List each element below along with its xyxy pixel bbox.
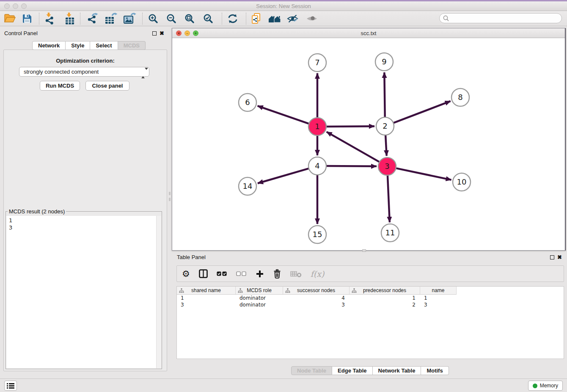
search-icon — [443, 15, 449, 22]
hide-eye-icon[interactable] — [287, 14, 298, 23]
graph-edge[interactable] — [393, 101, 451, 123]
graph-edge[interactable] — [388, 174, 390, 222]
splitter-handle[interactable] — [169, 192, 171, 203]
search-input[interactable] — [451, 14, 558, 22]
tab-select[interactable]: Select — [90, 41, 118, 50]
control-panel-close-icon[interactable]: ✖ — [160, 31, 164, 36]
show-columns-icon[interactable] — [199, 269, 208, 278]
column-header-name[interactable]: name — [420, 287, 456, 294]
export-network-icon[interactable] — [86, 13, 98, 25]
import-table-icon[interactable] — [64, 12, 75, 25]
network-window-titlebar[interactable]: ✕ – + scc.txt — [172, 28, 565, 38]
graph-node-label: 7 — [315, 58, 319, 67]
run-mcds-button[interactable]: Run MCDS — [40, 81, 80, 91]
column-header-shared-name[interactable]: shared name — [177, 287, 236, 294]
table-body: 1dominator4113dominator323 — [177, 295, 564, 308]
graph-node-label: 15 — [313, 230, 322, 239]
network-view-window: ✕ – + scc.txt 7968124314101511 — [172, 28, 566, 251]
graph-edge[interactable] — [327, 132, 380, 162]
graph-edge[interactable] — [395, 168, 451, 180]
save-session-icon[interactable] — [22, 14, 32, 24]
toolbar-separator — [246, 13, 246, 25]
refresh-layout-icon[interactable] — [227, 14, 238, 24]
table-cell: dominator — [236, 295, 283, 301]
control-panel-tabs: Network Style Select MCDS — [32, 41, 146, 50]
main-titlebar: Session: New Session — [0, 1, 567, 11]
clear-all-checks-icon[interactable] — [236, 271, 247, 276]
graph-node-label: 1 — [315, 122, 319, 131]
tab-network[interactable]: Network — [32, 41, 66, 50]
table-cell: 1 — [177, 295, 236, 301]
memory-status-dot-icon — [533, 384, 537, 388]
graph-edge[interactable] — [258, 168, 310, 183]
mcds-result-line: 3 — [6, 224, 161, 231]
table-cell: 3 — [177, 301, 236, 308]
graph-node-label: 3 — [385, 162, 389, 171]
tab-edge-table[interactable]: Edge Table — [332, 366, 372, 375]
table-panel-close-icon[interactable]: ✖ — [557, 255, 562, 260]
toolbar-separator — [80, 13, 80, 25]
tab-style[interactable]: Style — [66, 41, 90, 50]
table-panel-title: Table Panel — [177, 254, 206, 260]
control-panel-float-icon[interactable] — [152, 31, 157, 36]
mcds-result-title: MCDS result (2 nodes) — [8, 208, 66, 215]
tab-mcds[interactable]: MCDS — [118, 41, 146, 50]
import-network-icon[interactable] — [44, 12, 55, 25]
graph-node-label: 14 — [243, 182, 253, 190]
result-scrollbar[interactable] — [156, 216, 161, 368]
graph-edge[interactable] — [325, 166, 377, 166]
export-table-icon[interactable] — [105, 13, 118, 25]
graph-node-label: 4 — [315, 161, 319, 170]
column-header-predecessor-nodes[interactable]: predecessor nodes — [350, 287, 420, 294]
optimization-criterion-label: Optimization criterion: — [3, 58, 167, 64]
column-header-successor-nodes[interactable]: successor nodes — [283, 287, 350, 294]
graph-node-label: 9 — [382, 57, 386, 66]
documents-share-icon[interactable] — [251, 13, 261, 24]
task-history-button[interactable] — [4, 381, 17, 391]
graph-edge[interactable] — [325, 126, 374, 127]
mcds-result-area[interactable]: 1 3 — [6, 216, 161, 368]
zoom-out-icon[interactable] — [166, 14, 176, 24]
graph-node-label: 11 — [385, 228, 395, 237]
table-toolbar: ⚙ f(x) — [176, 265, 564, 282]
graph-edge[interactable] — [384, 72, 385, 118]
memory-button-label: Memory — [540, 383, 558, 389]
tab-network-table[interactable]: Network Table — [373, 366, 421, 375]
export-image-icon[interactable] — [123, 13, 136, 25]
double-home-icon[interactable] — [268, 14, 281, 23]
graph-edge[interactable] — [258, 106, 310, 124]
network-window-title: scc.txt — [172, 30, 565, 36]
memory-button[interactable]: Memory — [528, 381, 563, 391]
table-panel-float-icon[interactable] — [550, 255, 554, 259]
zoom-in-icon[interactable] — [148, 14, 158, 24]
tab-node-table[interactable]: Node Table — [291, 366, 332, 375]
tab-motifs[interactable]: Motifs — [421, 366, 449, 375]
toolbar-separator — [39, 13, 39, 25]
network-graph: 7968124314101511 — [172, 39, 565, 250]
mcds-result-box: MCDS result (2 nodes) 1 3 — [6, 208, 162, 369]
mcds-result-line: 1 — [6, 217, 161, 224]
delete-column-trash-icon[interactable] — [273, 269, 281, 279]
network-canvas[interactable]: 7968124314101511 — [172, 39, 565, 250]
pane-resize-handle[interactable] — [362, 249, 366, 252]
column-sort-icon — [352, 288, 357, 293]
show-eye-icon[interactable] — [306, 15, 318, 22]
toolbar-separator — [222, 13, 222, 25]
graph-edge[interactable] — [385, 134, 387, 156]
select-all-checks-icon[interactable] — [217, 271, 227, 276]
table-cell: 1 — [350, 295, 420, 301]
main-toolbar — [0, 11, 567, 26]
graph-node-label: 2 — [383, 121, 387, 130]
graph-node-label: 10 — [457, 177, 467, 186]
zoom-selected-icon[interactable] — [203, 14, 213, 24]
table-row[interactable]: 1dominator411 — [177, 295, 564, 301]
column-header-mcds-role[interactable]: MCDS role — [236, 287, 283, 294]
criterion-dropdown[interactable]: strongly connected component — [19, 67, 149, 77]
open-session-icon[interactable] — [4, 14, 16, 24]
table-row[interactable]: 3dominator323 — [177, 301, 564, 308]
close-panel-button[interactable]: Close panel — [85, 81, 129, 91]
add-column-icon[interactable] — [256, 270, 264, 278]
criterion-dropdown-value: strongly connected component — [24, 69, 99, 75]
window-title: Session: New Session — [0, 3, 567, 9]
zoom-fit-icon[interactable] — [184, 14, 195, 24]
